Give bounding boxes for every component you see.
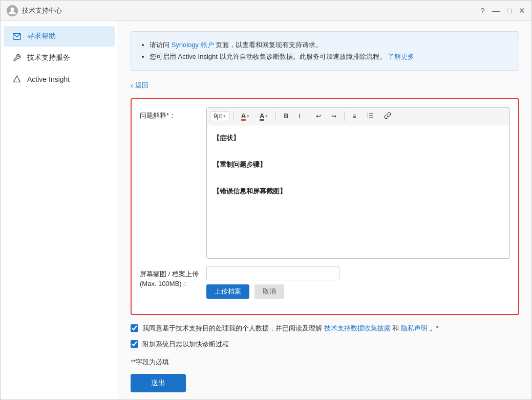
redo-button[interactable]: ↪ [327,110,341,122]
upload-field-label: 屏幕撷图 / 档案上传 (Max. 100MB)： [140,266,206,289]
svg-text:3: 3 [367,116,369,119]
upload-cancel-button[interactable]: 取消 [254,284,284,299]
form-container: 问题解释*： 9pt ▾ A [131,98,519,315]
sidebar-item-tech-support[interactable]: 技术支持服务 [4,48,115,68]
title-bar: 技术支持中心 ? — □ ✕ [1,1,531,21]
svg-marker-2 [13,76,20,82]
syslog-checkbox-row: 附加系统日志以加快诊断过程 [131,339,519,350]
banner-bullet1: 请访问 Synology 帐户 页面，以查看和回复现有支持请求。 [150,39,509,51]
editor-line-1: 【症状】 [213,131,503,145]
upload-field-content: 上传档案 取消 [206,266,510,299]
synology-account-link[interactable]: Synology 帐户 [172,41,214,49]
editor-spacer-2 [213,171,503,185]
ul-icon: ≡ [352,113,356,120]
sidebar-label-tech-support: 技术支持服务 [27,53,70,62]
content-area: 请访问 Synology 帐户 页面，以查看和回复现有支持请求。 您可启用 Ac… [118,21,531,399]
upload-buttons-row: 上传档案 取消 [206,284,510,299]
close-control[interactable]: ✕ [519,7,525,14]
envelope-icon [12,31,22,41]
upload-file-button[interactable]: 上传档案 [206,284,249,299]
avatar [7,5,18,16]
consent-checkbox-row: 我同意基于技术支持目的处理我的个人数据，并已阅读及理解 技术支持数据收集披露 和… [131,323,519,334]
upload-filename-input[interactable] [206,266,339,280]
upload-row [206,266,510,280]
undo-icon: ↩ [316,113,321,120]
sidebar-item-seek-help[interactable]: 寻求帮助 [4,26,115,47]
banner-bullet2: 您可启用 Active Insight 以允许自动收集诊断数据。此服务可加速故障… [150,51,509,62]
editor-line-2: 【重制问题步骤】 [213,158,503,171]
problem-field-label: 问题解释*： [140,107,206,121]
redo-icon: ↪ [331,113,336,120]
sidebar-label-active-insight: Active Insight [27,75,70,83]
sidebar: 寻求帮助 技术支持服务 Active Insight [1,21,118,399]
rich-text-editor: 9pt ▾ A ▾ A ▾ [206,107,510,259]
toolbar-separator-3 [308,112,308,121]
font-size-selector[interactable]: 9pt ▾ [210,111,229,121]
font-color-button[interactable]: A ▾ [237,110,253,123]
italic-button[interactable]: I [294,110,304,122]
consent-checkbox[interactable] [131,324,138,332]
svg-point-0 [11,7,14,11]
editor-spacer-1 [213,145,503,158]
wrench-icon [12,53,22,63]
window-title: 技术支持中心 [22,6,481,15]
toolbar-separator-4 [344,112,345,121]
link-button[interactable] [380,110,395,123]
bold-button[interactable]: B [280,110,292,122]
font-size-chevron-icon: ▾ [223,114,226,119]
privacy-link[interactable]: 隐私声明 [401,324,428,332]
undo-button[interactable]: ↩ [312,110,325,122]
link-icon [384,112,391,121]
editor-container: 9pt ▾ A ▾ A ▾ [206,107,510,259]
problem-field-row: 问题解释*： 9pt ▾ A [140,107,510,259]
editor-line-3: 【错误信息和屏幕截图】 [213,185,503,198]
app-window: 技术支持中心 ? — □ ✕ 寻求帮助 [0,0,532,400]
toolbar-separator-2 [275,112,276,121]
back-button[interactable]: ‹ 返回 [131,81,148,90]
learn-more-link[interactable]: 了解更多 [388,53,414,60]
bg-color-chevron-icon: ▾ [265,114,268,119]
checkbox-section: 我同意基于技术支持目的处理我的个人数据，并已阅读及理解 技术支持数据收集披露 和… [131,323,519,350]
sidebar-item-active-insight[interactable]: Active Insight [4,69,115,90]
unordered-list-button[interactable]: ≡ [348,110,360,122]
help-control[interactable]: ? [481,7,485,14]
editor-body[interactable]: 【症状】 【重制问题步骤】 【错误信息和屏幕截图】 [207,125,509,258]
maximize-control[interactable]: □ [507,7,512,14]
consent-text: 我同意基于技术支持目的处理我的个人数据，并已阅读及理解 技术支持数据收集披露 和… [142,323,439,334]
toolbar-separator-1 [233,112,233,121]
main-layout: 寻求帮助 技术支持服务 Active Insight [1,21,531,399]
ordered-list-button[interactable]: 1 2 3 [363,110,378,123]
back-arrow-icon: ‹ [131,81,133,90]
syslog-checkbox[interactable] [131,340,138,348]
upload-field-row: 屏幕撷图 / 档案上传 (Max. 100MB)： 上传档案 取消 [140,266,510,299]
submit-button[interactable]: 送出 [131,374,186,392]
font-color-chevron-icon: ▾ [247,114,249,119]
required-note: **字段为必填 [131,358,519,367]
window-controls: ? — □ ✕ [481,7,525,14]
triangle-icon [12,74,22,84]
minimize-control[interactable]: — [492,7,500,14]
ol-icon: 1 2 3 [367,112,374,121]
sidebar-label-seek-help: 寻求帮助 [27,32,56,41]
bg-color-button[interactable]: A ▾ [256,110,272,123]
editor-toolbar: 9pt ▾ A ▾ A ▾ [207,108,509,125]
syslog-label: 附加系统日志以加快诊断过程 [142,339,229,350]
info-banner: 请访问 Synology 帐户 页面，以查看和回复现有支持请求。 您可启用 Ac… [131,31,519,71]
data-collection-link[interactable]: 技术支持数据收集披露 [324,324,391,332]
